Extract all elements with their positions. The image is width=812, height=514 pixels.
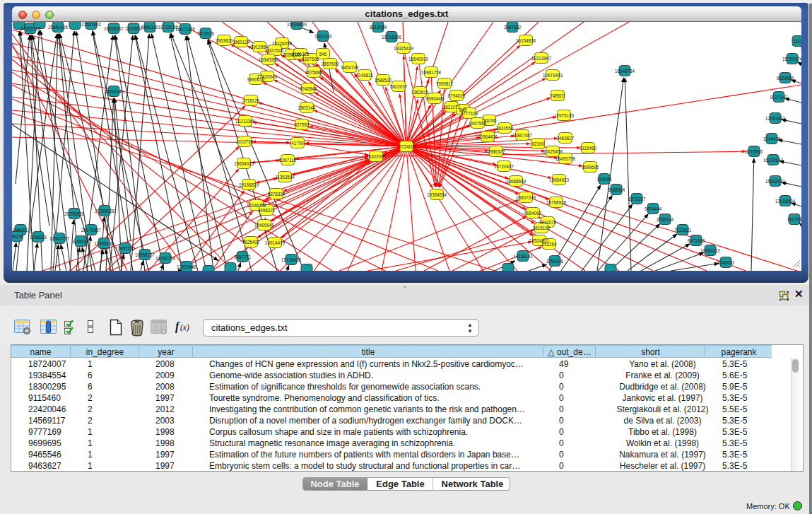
svg-text:16961758: 16961758 [421,70,442,75]
svg-text:10807487: 10807487 [512,133,533,138]
svg-text:12975185: 12975185 [554,113,575,118]
svg-text:1588520: 1588520 [375,78,392,83]
svg-text:19218506: 19218506 [382,35,402,40]
svg-text:15409948: 15409948 [254,223,275,228]
svg-text:1156829: 1156829 [30,235,47,240]
svg-text:9890612: 9890612 [247,77,265,82]
svg-text:17359928: 17359928 [95,209,115,214]
svg-text:9474444: 9474444 [645,206,662,211]
svg-text:9699695: 9699695 [582,165,599,170]
svg-text:19384554: 19384554 [427,192,447,197]
svg-text:1621072: 1621072 [443,105,461,110]
svg-text:14055712: 14055712 [20,26,41,31]
svg-text:9960124: 9960124 [233,40,250,45]
svg-text:12923446: 12923446 [177,264,197,269]
svg-text:9227342: 9227342 [770,95,788,100]
svg-text:14136141: 14136141 [513,254,534,259]
svg-text:9115460: 9115460 [579,146,597,151]
svg-text:21527602: 21527602 [81,22,102,27]
svg-text:9146821: 9146821 [356,73,374,78]
svg-text:252254: 252254 [541,242,557,247]
svg-text:15692971: 15692971 [765,179,786,184]
svg-text:11353594: 11353594 [275,175,295,180]
svg-text:23226058: 23226058 [272,41,293,46]
svg-text:16033809: 16033809 [287,22,307,27]
svg-text:7857224: 7857224 [314,34,332,39]
svg-text:13325419: 13325419 [394,46,414,51]
svg-text:29053346: 29053346 [104,89,124,94]
svg-text:15751074: 15751074 [782,57,801,62]
svg-text:8471626: 8471626 [688,238,705,243]
svg-text:19654923: 19654923 [549,177,570,182]
svg-text:17957235: 17957235 [115,246,136,251]
svg-text:2718126: 2718126 [242,98,260,103]
svg-text:835061: 835061 [13,228,28,233]
svg-text:6497568: 6497568 [469,121,487,126]
svg-text:1615192: 1615192 [533,226,551,230]
svg-text:15716485: 15716485 [281,257,302,262]
svg-text:9777169: 9777169 [461,111,478,116]
svg-text:7632621: 7632621 [674,228,692,233]
svg-text:9245652: 9245652 [717,260,735,265]
svg-text:6466160: 6466160 [141,25,159,30]
svg-text:7986322: 7986322 [488,149,505,154]
svg-text:8267110: 8267110 [279,158,297,163]
svg-text:1244415: 1244415 [763,136,781,141]
svg-text:9327505: 9327505 [302,57,319,62]
svg-text:546: 546 [319,52,327,57]
svg-text:12093832: 12093832 [765,116,786,121]
svg-text:10958107: 10958107 [135,252,155,257]
svg-text:39159: 39159 [12,234,23,239]
svg-text:12942737: 12942737 [49,236,70,241]
svg-text:7663822: 7663822 [216,38,233,43]
svg-text:10653267: 10653267 [104,26,124,31]
svg-text:3498222: 3498222 [258,208,276,213]
svg-text:62160: 62160 [531,141,544,146]
svg-text:2935114: 2935114 [657,217,674,222]
svg-text:427552: 427552 [294,122,310,127]
svg-text:6794028: 6794028 [448,93,466,98]
svg-text:10654122: 10654122 [700,248,721,253]
svg-text:16782759: 16782759 [155,256,176,261]
svg-text:8938924: 8938924 [608,187,625,192]
svg-text:19654925: 19654925 [234,161,254,166]
svg-text:20691406: 20691406 [48,25,69,30]
svg-text:20364436: 20364436 [478,134,498,139]
svg-text:9242848: 9242848 [300,86,317,91]
svg-text:8454749: 8454749 [341,65,359,70]
svg-text:10688609: 10688609 [506,179,526,184]
svg-text:16671355: 16671355 [175,27,196,32]
svg-text:18807249: 18807249 [516,195,536,200]
svg-text:3675685: 3675685 [305,70,323,75]
svg-text:20975857: 20975857 [81,228,102,233]
svg-text:2867608: 2867608 [322,62,339,66]
svg-text:15302095: 15302095 [366,154,387,159]
svg-text:9327505: 9327505 [266,48,284,53]
svg-text:164095: 164095 [596,177,612,182]
svg-text:9529966: 9529966 [777,76,794,81]
svg-text:8813054: 8813054 [370,25,387,30]
svg-text:18724007: 18724007 [396,144,417,149]
svg-text:16648784: 16648784 [615,69,635,74]
svg-text:9463627: 9463627 [557,136,575,141]
svg-text:9084067: 9084067 [524,211,542,216]
svg-text:16543382: 16543382 [259,57,279,62]
svg-text:17016504: 17016504 [775,199,796,204]
svg-text:20206526: 20206526 [64,211,85,216]
svg-text:7625402: 7625402 [242,240,260,245]
svg-text:1612074: 1612074 [539,220,557,225]
svg-text:(x): (x) [180,323,189,332]
svg-text:8215955: 8215955 [746,149,763,154]
svg-text:116753: 116753 [787,217,801,222]
svg-text:1145194: 1145194 [72,239,90,244]
svg-text:6379197: 6379197 [628,197,646,201]
svg-text:1010755: 1010755 [236,139,254,144]
svg-text:8878334: 8878334 [268,192,286,197]
svg-text:12505135: 12505135 [94,241,114,246]
svg-text:8186328: 8186328 [292,52,310,57]
svg-text:748503: 748503 [550,93,565,98]
svg-text:16210643: 16210643 [763,158,784,163]
svg-text:18640910: 18640910 [408,57,429,62]
svg-text:19756928: 19756928 [546,200,567,205]
svg-text:f: f [175,320,180,333]
